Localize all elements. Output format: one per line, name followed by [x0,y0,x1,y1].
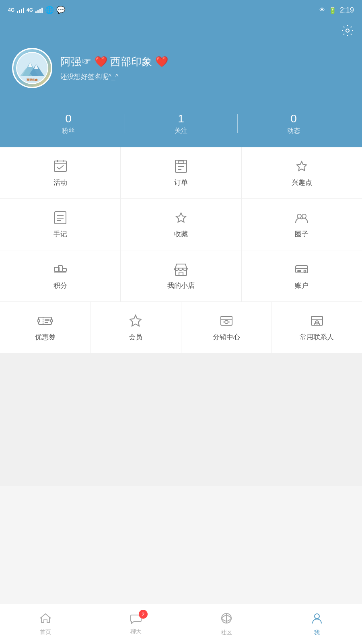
menu-contacts[interactable]: 常用联系人 [272,302,362,353]
signal-bars-2 [35,7,43,13]
fans-label: 粉丝 [12,127,125,135]
profile-top: 西部印象 阿强☞ ❤️ 西部印象 ❤️ 还没想好签名呢^_^ [12,48,350,88]
home-icon [39,613,51,627]
chat-badge-wrapper: 2 [130,613,142,626]
tab-community-label: 社区 [221,629,232,636]
network-4g-1: 4G [8,7,14,13]
activity-label: 动态 [237,127,350,135]
favorites-label: 收藏 [174,229,188,239]
battery-icon: 🔋 [329,6,337,14]
contacts-label: 常用联系人 [300,332,334,342]
tab-bar: 首页 2 聊天 社区 我 [0,604,362,644]
menu-distribution[interactable]: 分销中心 [181,302,272,353]
svg-point-23 [297,214,301,218]
activity-count: 0 [237,112,350,125]
points-label: 积分 [53,281,67,290]
svg-rect-33 [298,270,301,272]
menu-notes[interactable]: 手记 [0,199,121,250]
grid-section: 活动 订单 兴趣点 [0,147,362,353]
settings-row [8,24,354,44]
status-bar: 4G 4G 🌐 💬 👁 🔋 2:19 [0,0,362,20]
stat-activity[interactable]: 0 动态 [237,112,350,135]
me-icon [311,612,323,627]
tab-home[interactable]: 首页 [0,604,90,644]
stat-following[interactable]: 1 关注 [125,112,237,135]
tab-community[interactable]: 社区 [181,604,272,644]
interests-label: 兴趣点 [292,178,312,187]
tab-chat-label: 聊天 [130,628,142,635]
grid-row-3: 积分 我的小店 账户 [0,250,362,302]
tab-me[interactable]: 我 [272,604,362,644]
menu-member[interactable]: 会员 [90,302,181,353]
grid-row-1: 活动 订单 兴趣点 [0,147,362,199]
following-count: 1 [125,112,237,125]
distribution-label: 分销中心 [213,332,240,342]
svg-point-44 [225,320,228,324]
stats-row: 0 粉丝 1 关注 0 动态 [0,112,362,147]
svg-rect-9 [54,161,66,171]
member-label: 会员 [129,332,142,342]
coupon-label: 优惠券 [35,332,56,342]
wechat-icon: 💬 [56,6,65,14]
settings-icon[interactable] [341,24,354,40]
orders-label: 订单 [174,178,188,187]
profile-name: 阿强☞ ❤️ 西部印象 ❤️ [60,55,168,69]
activities-label: 活动 [53,178,67,187]
tab-me-label: 我 [314,629,320,636]
svg-rect-18 [178,161,184,163]
svg-rect-27 [62,268,66,271]
svg-point-38 [50,320,53,322]
menu-account[interactable]: 账户 [242,250,362,301]
status-right: 👁 🔋 2:19 [319,6,354,14]
menu-activities[interactable]: 活动 [0,147,121,198]
svg-point-24 [302,214,306,218]
community-icon [220,612,232,627]
menu-points[interactable]: 积分 [0,250,121,301]
chat-notification-badge: 2 [139,610,148,619]
account-label: 账户 [295,281,309,290]
avatar[interactable]: 西部印象 [12,48,52,88]
content-area [0,353,362,486]
fans-count: 0 [12,112,125,125]
menu-favorites[interactable]: 收藏 [121,199,241,250]
profile-info: 阿强☞ ❤️ 西部印象 ❤️ 还没想好签名呢^_^ [60,55,168,81]
stat-fans[interactable]: 0 粉丝 [12,112,125,135]
network-4g-2: 4G [27,7,33,13]
clock: 2:19 [340,6,354,14]
svg-rect-30 [179,272,183,275]
circle-label: 圈子 [295,229,309,239]
profile-section: 西部印象 阿强☞ ❤️ 西部印象 ❤️ 还没想好签名呢^_^ [0,44,362,112]
signal-bars-1 [17,7,24,13]
tab-home-label: 首页 [40,629,51,636]
menu-circle[interactable]: 圈子 [242,199,362,250]
header-area [0,20,362,44]
menu-orders[interactable]: 订单 [121,147,241,198]
following-label: 关注 [125,127,237,135]
grid-row-2: 手记 收藏 圈子 [0,199,362,250]
colorful-icon: 🌐 [45,6,54,14]
eye-icon: 👁 [319,6,325,14]
svg-text:西部印象: 西部印象 [27,78,38,81]
svg-point-37 [37,320,40,322]
svg-point-52 [315,614,319,619]
svg-point-34 [304,270,306,272]
notes-label: 手记 [53,229,67,239]
tab-chat[interactable]: 2 聊天 [90,604,181,644]
myshop-label: 我的小店 [167,281,195,290]
grid-row-4: 优惠券 会员 分销中心 常用联系人 [0,302,362,353]
menu-coupon[interactable]: 优惠券 [0,302,90,353]
menu-interests[interactable]: 兴趣点 [242,147,362,198]
profile-bio: 还没想好签名呢^_^ [60,72,168,81]
menu-myshop[interactable]: 我的小店 [121,250,241,301]
status-left: 4G 4G 🌐 💬 [8,6,65,14]
svg-point-0 [346,29,349,32]
